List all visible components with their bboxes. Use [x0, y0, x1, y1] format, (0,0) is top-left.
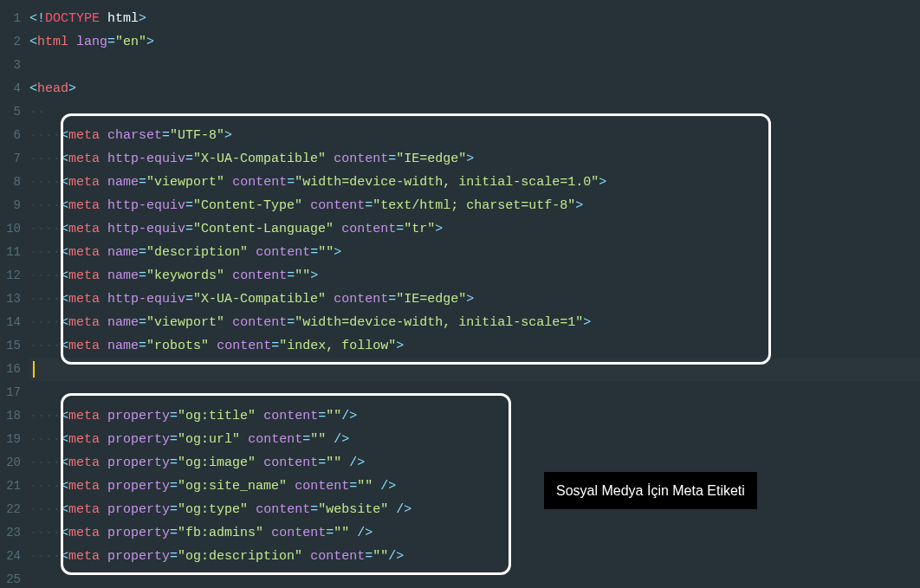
code-token: >	[139, 11, 146, 26]
code-token: <	[61, 526, 68, 540]
code-line[interactable]: ····<meta property="og:type" content="we…	[29, 498, 920, 521]
code-token: =	[185, 292, 193, 307]
code-token: =	[170, 549, 178, 564]
code-token: =	[185, 222, 193, 236]
code-token: =	[170, 456, 178, 470]
code-token: content	[263, 409, 318, 423]
code-token: meta	[68, 175, 100, 190]
code-line[interactable]: ····<meta property="og:image" content=""…	[29, 451, 920, 475]
line-number: 22	[0, 498, 21, 521]
code-token: =	[162, 128, 170, 143]
code-token: meta	[68, 526, 100, 540]
code-line[interactable]: ····<meta property="fb:admins" content="…	[29, 521, 920, 545]
code-token: meta	[68, 549, 100, 564]
code-line[interactable]: ····<meta property="og:site_name" conten…	[29, 475, 920, 498]
code-token	[68, 35, 76, 49]
code-token: "index, follow"	[279, 339, 396, 353]
code-token: ""	[373, 549, 388, 564]
code-token: "description"	[146, 245, 248, 260]
code-token: html	[100, 11, 139, 26]
code-line[interactable]: ····<meta http-equiv="X-UA-Compatible" c…	[29, 288, 920, 311]
code-line[interactable]: <head>	[29, 77, 920, 100]
code-token: "UTF-8"	[170, 128, 224, 143]
code-token	[248, 502, 256, 517]
code-token: ··	[29, 105, 45, 120]
code-token: ····	[29, 175, 61, 190]
code-line[interactable]	[29, 381, 920, 404]
code-token: "keywords"	[146, 268, 224, 283]
code-token: DOCTYPE	[45, 11, 100, 26]
code-token: <	[29, 11, 37, 26]
code-token: content	[334, 292, 388, 307]
code-token: =	[107, 35, 115, 49]
line-number: 8	[0, 171, 21, 194]
code-line[interactable]: <!DOCTYPE html>	[29, 7, 920, 30]
code-token: content	[217, 339, 271, 353]
code-token	[100, 479, 107, 494]
code-line[interactable]: ····<meta name="viewport" content="width…	[29, 311, 920, 334]
code-line[interactable]: ····<meta http-equiv="X-UA-Compatible" c…	[29, 147, 920, 171]
code-token: =	[318, 456, 326, 470]
line-number: 11	[0, 241, 21, 264]
code-token: <	[61, 432, 68, 447]
code-token	[287, 479, 295, 494]
code-token: "og:type"	[178, 502, 248, 517]
code-token: >	[466, 152, 474, 166]
code-token: "fb:admins"	[178, 526, 263, 540]
code-editor[interactable]: 1234567891011121314151617181920212223242…	[0, 0, 920, 588]
code-token: "website"	[318, 502, 388, 517]
code-token: "og:image"	[178, 456, 256, 470]
code-line[interactable]: ····<meta name="robots" content="index, …	[29, 334, 920, 358]
code-line[interactable]: ····<meta property="og:title" content=""…	[29, 404, 920, 428]
code-token: "og:title"	[178, 409, 256, 423]
code-token: =	[139, 245, 146, 260]
line-number: 13	[0, 288, 21, 311]
code-token: ····	[29, 409, 61, 423]
code-line[interactable]: ····<meta http-equiv="Content-Type" cont…	[29, 194, 920, 217]
code-token	[256, 409, 263, 423]
code-token	[209, 339, 217, 353]
code-token	[100, 152, 107, 166]
code-token: =	[139, 268, 146, 283]
code-token: "og:url"	[178, 432, 240, 447]
code-line[interactable]: ····<meta name="description" content="">	[29, 241, 920, 264]
code-token: content	[310, 198, 365, 213]
code-token: http-equiv	[107, 292, 185, 307]
line-number: 25	[0, 568, 21, 588]
code-line[interactable]: ····<meta property="og:description" cont…	[29, 545, 920, 568]
code-line[interactable]: ····<meta charset="UTF-8">	[29, 124, 920, 147]
code-token	[100, 175, 107, 190]
code-token	[100, 198, 107, 213]
code-line[interactable]: ····<meta http-equiv="Content-Language" …	[29, 217, 920, 241]
code-token	[100, 222, 107, 236]
code-token: =	[185, 198, 193, 213]
code-token	[100, 315, 107, 330]
code-token: name	[107, 268, 139, 283]
line-number: 24	[0, 545, 21, 568]
line-number: 4	[0, 77, 21, 100]
code-token: content	[271, 526, 326, 540]
code-token: <	[61, 175, 68, 190]
code-token: charset	[107, 128, 162, 143]
code-token	[224, 315, 232, 330]
code-area[interactable]: <!DOCTYPE html><html lang="en"><head>···…	[29, 0, 920, 588]
code-token: "og:site_name"	[178, 479, 287, 494]
code-token: =	[287, 175, 295, 190]
line-number: 10	[0, 217, 21, 241]
code-token	[100, 245, 107, 260]
code-line[interactable]: ····<meta property="og:url" content="" /…	[29, 428, 920, 451]
code-token: meta	[68, 128, 100, 143]
code-token	[326, 292, 334, 307]
code-line[interactable]	[29, 358, 920, 381]
code-line[interactable]: ····<meta name="keywords" content="">	[29, 264, 920, 288]
code-line[interactable]: ····<meta name="viewport" content="width…	[29, 171, 920, 194]
code-line[interactable]	[29, 54, 920, 77]
code-line[interactable]	[29, 568, 920, 588]
code-token: !	[37, 11, 45, 26]
code-token: >	[575, 198, 583, 213]
code-line[interactable]: <html lang="en">	[29, 30, 920, 54]
code-line[interactable]: ··	[29, 100, 920, 124]
line-number: 6	[0, 124, 21, 147]
code-token: content	[256, 502, 310, 517]
annotation-label: Sosyal Medya İçin Meta Etiketi	[544, 472, 757, 509]
